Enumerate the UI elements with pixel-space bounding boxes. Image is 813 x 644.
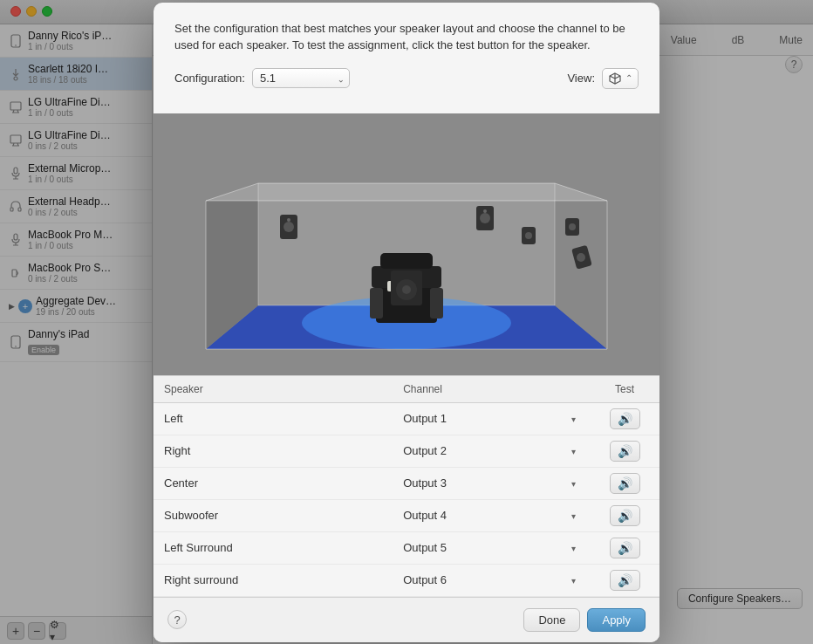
speaker-col-header: Speaker — [154, 375, 393, 402]
test-speaker-button[interactable]: 🔊 — [610, 441, 640, 462]
channel-select[interactable]: Output 1Output 2Output 3Output 4Output 5… — [403, 444, 579, 457]
svg-point-36 — [480, 213, 490, 223]
svg-rect-30 — [380, 253, 433, 269]
table-row: Left SurroundOutput 1Output 2Output 3Out… — [154, 531, 659, 564]
channel-select[interactable]: Output 1Output 2Output 3Output 4Output 5… — [403, 476, 579, 490]
table-row: RightOutput 1Output 2Output 3Output 4Out… — [154, 435, 659, 467]
channel-select-wrapper: Output 1Output 2Output 3Output 4Output 5… — [403, 573, 579, 586]
speaker-sound-icon: 🔊 — [618, 509, 632, 523]
test-speaker-button[interactable]: 🔊 — [610, 505, 640, 526]
table-row: LeftOutput 1Output 2Output 3Output 4Outp… — [154, 402, 659, 435]
footer-help-button[interactable]: ? — [167, 610, 187, 629]
svg-point-34 — [287, 218, 290, 222]
test-cell: 🔊 — [590, 467, 659, 499]
channel-cell: Output 1Output 2Output 3Output 4Output 5… — [393, 402, 590, 435]
done-button[interactable]: Done — [523, 608, 580, 632]
test-cell: 🔊 — [590, 531, 659, 564]
config-row: Configuration: Stereo Quadraphonic 5.1 7… — [174, 68, 639, 89]
room-svg — [154, 113, 659, 375]
modal-description: Set the configuration that best matches … — [174, 20, 639, 54]
test-cell: 🔊 — [590, 402, 659, 435]
modal-overlay: Set the configuration that best matches … — [0, 0, 813, 644]
channel-col-header: Channel — [393, 375, 590, 402]
svg-marker-17 — [206, 183, 607, 201]
test-speaker-button[interactable]: 🔊 — [610, 538, 640, 558]
table-row: CenterOutput 1Output 2Output 3Output 4Ou… — [154, 467, 659, 499]
channel-cell: Output 1Output 2Output 3Output 4Output 5… — [393, 499, 590, 531]
test-speaker-button[interactable]: 🔊 — [610, 408, 640, 429]
channel-select[interactable]: Output 1Output 2Output 3Output 4Output 5… — [403, 541, 579, 554]
test-speaker-button[interactable]: 🔊 — [610, 473, 640, 494]
modal-body: Set the configuration that best matches … — [154, 3, 659, 113]
room-visualization — [154, 113, 659, 375]
config-select-wrapper: Stereo Quadraphonic 5.1 7.1 — [252, 68, 350, 88]
config-left: Configuration: Stereo Quadraphonic 5.1 7… — [174, 68, 350, 88]
svg-point-46 — [569, 223, 576, 230]
test-cell: 🔊 — [590, 564, 659, 596]
svg-point-33 — [284, 222, 294, 232]
svg-point-37 — [483, 209, 487, 213]
test-cell: 🔊 — [590, 435, 659, 467]
view-chevron: ⌃ — [625, 73, 632, 83]
channel-select[interactable]: Output 1Output 2Output 3Output 4Output 5… — [403, 412, 579, 425]
test-col-header: Test — [590, 375, 659, 402]
channel-select[interactable]: Output 1Output 2Output 3Output 4Output 5… — [403, 509, 579, 522]
speaker-name: Right — [154, 435, 393, 467]
test-cell: 🔊 — [590, 499, 659, 531]
view-label: View: — [567, 72, 595, 85]
channel-cell: Output 1Output 2Output 3Output 4Output 5… — [393, 435, 590, 467]
channel-select-wrapper: Output 1Output 2Output 3Output 4Output 5… — [403, 412, 579, 425]
table-row: SubwooferOutput 1Output 2Output 3Output … — [154, 499, 659, 531]
svg-point-40 — [402, 285, 411, 294]
channel-cell: Output 1Output 2Output 3Output 4Output 5… — [393, 531, 590, 564]
speaker-sound-icon: 🔊 — [618, 444, 632, 458]
channel-cell: Output 1Output 2Output 3Output 4Output 5… — [393, 564, 590, 596]
channel-select-wrapper: Output 1Output 2Output 3Output 4Output 5… — [403, 541, 579, 554]
channel-select-wrapper: Output 1Output 2Output 3Output 4Output 5… — [403, 444, 579, 457]
speaker-name: Subwoofer — [154, 499, 393, 531]
speaker-name: Left — [154, 402, 393, 435]
modal-footer: ? Done Apply — [154, 597, 659, 642]
speaker-name: Left Surround — [154, 531, 393, 564]
svg-point-44 — [525, 232, 532, 239]
configure-speakers-dialog: Set the configuration that best matches … — [154, 3, 659, 642]
speaker-name: Right surround — [154, 564, 393, 596]
speaker-sound-icon: 🔊 — [618, 541, 632, 555]
channel-cell: Output 1Output 2Output 3Output 4Output 5… — [393, 467, 590, 499]
svg-rect-28 — [370, 288, 383, 319]
test-speaker-button[interactable]: 🔊 — [610, 570, 640, 591]
speaker-table: Speaker Channel Test LeftOutput 1Output … — [154, 375, 659, 597]
table-row: Right surroundOutput 1Output 2Output 3Ou… — [154, 564, 659, 596]
footer-buttons: Done Apply — [523, 608, 646, 632]
speaker-name: Center — [154, 467, 393, 499]
speaker-sound-icon: 🔊 — [618, 573, 632, 587]
channel-select[interactable]: Output 1Output 2Output 3Output 4Output 5… — [403, 573, 579, 586]
view-row: View: ⌃ — [567, 68, 639, 89]
config-label: Configuration: — [174, 72, 245, 85]
channel-select-wrapper: Output 1Output 2Output 3Output 4Output 5… — [403, 509, 579, 522]
cube-icon — [608, 72, 622, 86]
view-3d-button[interactable]: ⌃ — [602, 68, 639, 89]
svg-rect-29 — [430, 288, 443, 319]
speaker-sound-icon: 🔊 — [618, 412, 632, 426]
speaker-sound-icon: 🔊 — [618, 476, 632, 490]
config-select[interactable]: Stereo Quadraphonic 5.1 7.1 — [252, 68, 350, 88]
svg-point-42 — [577, 253, 585, 262]
apply-button[interactable]: Apply — [587, 608, 646, 632]
channel-select-wrapper: Output 1Output 2Output 3Output 4Output 5… — [403, 476, 579, 490]
